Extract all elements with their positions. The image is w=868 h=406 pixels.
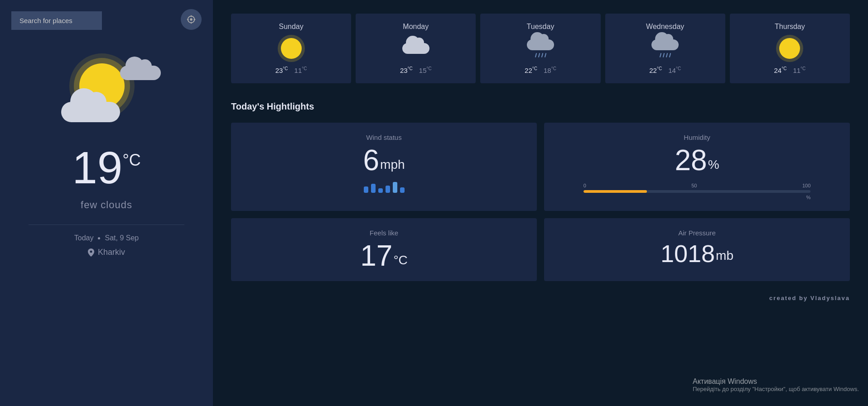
wednesday-low: 14°C	[668, 66, 681, 74]
locate-button[interactable]	[181, 9, 202, 30]
forecast-card-monday: Monday 23°C 15°C	[356, 14, 476, 83]
humidity-unit: %	[708, 158, 719, 171]
wind-bar-6	[400, 187, 405, 193]
location-name: Kharkiv	[98, 248, 125, 257]
wind-bar-1	[364, 186, 368, 193]
dot-separator	[98, 237, 100, 239]
highlights-section: Today's Hightlights Wind status 6 mph	[231, 101, 850, 281]
forecast-temps-sunday: 23°C 11°C	[275, 66, 307, 74]
forecast-icon-sunday	[281, 37, 302, 60]
forecast-day-thursday: Thursday	[775, 23, 805, 31]
forecast-icon-thursday	[779, 37, 800, 60]
wind-bar-5	[393, 182, 397, 193]
sunday-low: 11°C	[294, 66, 307, 74]
humidity-fill	[583, 190, 647, 193]
feels-like-unit: °C	[393, 254, 407, 267]
forecast-temps-tuesday: 22°C 18°C	[525, 66, 556, 74]
forecast-row: Sunday 23°C 11°C Monday 23°C 15°C Tuesda…	[231, 14, 850, 83]
temp-number: 19	[72, 145, 122, 190]
highlight-wind: Wind status 6 mph	[231, 123, 537, 211]
highlight-feels-like: Feels like 17 °C	[231, 218, 537, 281]
wind-bars	[364, 182, 405, 193]
forecast-card-tuesday: Tuesday 22°C 18°C	[480, 14, 600, 83]
date-value: Sat, 9 Sep	[105, 234, 139, 242]
wind-bar-3	[378, 188, 383, 193]
highlights-title: Today's Hightlights	[231, 101, 850, 112]
date-row: Today Sat, 9 Sep	[74, 234, 139, 242]
monday-high: 23°C	[400, 66, 413, 74]
location-row: Kharkiv	[88, 248, 125, 257]
forecast-day-tuesday: Tuesday	[527, 23, 555, 31]
sunday-high: 23°C	[275, 66, 288, 74]
air-pressure-label: Air Pressure	[678, 229, 716, 237]
wind-bar-2	[371, 184, 376, 193]
cloud-large-shape	[61, 102, 120, 122]
highlight-humidity: Humidity 28 % 050100 %	[544, 123, 850, 211]
forecast-icon-monday	[402, 37, 429, 60]
svg-point-5	[190, 19, 192, 20]
tuesday-high: 22°C	[525, 66, 537, 74]
forecast-temps-thursday: 24°C 11°C	[774, 66, 805, 74]
feels-like-label: Feels like	[370, 229, 398, 237]
footer-author: Vladyslava	[810, 295, 850, 301]
tuesday-low: 18°C	[544, 66, 556, 74]
highlights-grid: Wind status 6 mph Humidity 28	[231, 123, 850, 281]
left-panel: Search for places 19 °C few clouds Today…	[0, 0, 213, 406]
wednesday-high: 22°C	[649, 66, 662, 74]
forecast-card-thursday: Thursday 24°C 11°C	[730, 14, 850, 83]
cloud-main-graphic	[61, 102, 120, 122]
wind-label: Wind status	[366, 134, 401, 141]
humidity-scale: 050100	[583, 183, 811, 188]
monday-low: 15°C	[419, 66, 432, 74]
search-button[interactable]: Search for places	[11, 11, 102, 30]
temp-unit: °C	[122, 152, 140, 168]
thursday-high: 24°C	[774, 66, 786, 74]
humidity-suffix: %	[583, 195, 811, 200]
forecast-day-wednesday: Wednesday	[646, 23, 684, 31]
humidity-bar-container: 050100 %	[583, 183, 811, 200]
humidity-track	[583, 190, 811, 193]
wind-bar-4	[386, 186, 390, 193]
cloud-small-graphic	[120, 66, 161, 80]
date-label: Today	[74, 234, 94, 242]
wind-value: 6 mph	[363, 146, 405, 175]
humidity-label: Humidity	[684, 134, 710, 141]
footer-text: created by	[769, 295, 808, 301]
air-pressure-unit: mb	[716, 249, 733, 262]
thursday-low: 11°C	[793, 66, 805, 74]
forecast-icon-wednesday	[651, 37, 679, 60]
right-panel: Sunday 23°C 11°C Monday 23°C 15°C Tuesda…	[213, 0, 868, 406]
wind-unit: mph	[380, 158, 405, 171]
air-pressure-value: 1018 mb	[661, 241, 733, 266]
weather-description: few clouds	[81, 199, 132, 211]
forecast-temps-wednesday: 22°C 14°C	[649, 66, 681, 74]
feels-like-value: 17 °C	[360, 241, 408, 270]
date-location-section: Today Sat, 9 Sep Kharkiv	[74, 234, 139, 257]
pin-icon	[88, 248, 94, 257]
crosshair-icon	[186, 14, 196, 24]
footer: created by Vladyslava	[231, 295, 850, 301]
divider	[29, 224, 184, 225]
forecast-day-sunday: Sunday	[279, 23, 303, 31]
forecast-temps-monday: 23°C 15°C	[400, 66, 432, 74]
forecast-icon-tuesday	[527, 37, 554, 60]
weather-illustration	[57, 54, 156, 127]
humidity-value: 28 %	[675, 146, 719, 175]
current-temperature: 19 °C	[72, 145, 141, 190]
forecast-card-wednesday: Wednesday 22°C 14°C	[605, 14, 725, 83]
forecast-day-monday: Monday	[403, 23, 429, 31]
forecast-card-sunday: Sunday 23°C 11°C	[231, 14, 351, 83]
highlight-air-pressure: Air Pressure 1018 mb	[544, 218, 850, 281]
